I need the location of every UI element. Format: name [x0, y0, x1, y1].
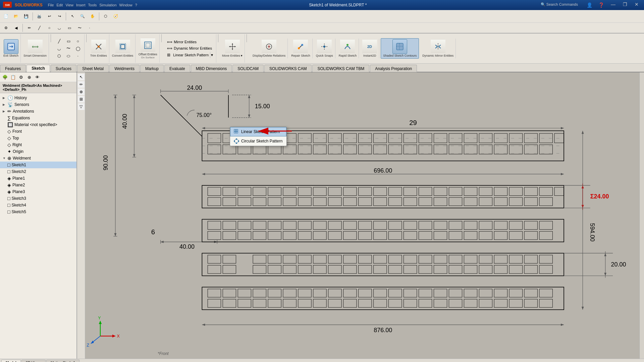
dynamic-entities-btn[interactable] — [431, 39, 445, 54]
file-menu[interactable]: File — [48, 3, 54, 7]
line-tool-btn[interactable]: ╱ — [55, 38, 63, 45]
rect-btn[interactable]: ▭ — [65, 23, 74, 33]
tab-mbd[interactable]: MBD Dimensions — [191, 65, 232, 72]
view-orient-btn[interactable]: 🧭 — [111, 12, 120, 21]
circle-tool-btn[interactable]: ○ — [73, 38, 82, 45]
tree-item-plane3[interactable]: ◈ Plane3 — [0, 188, 76, 195]
insert-menu[interactable]: Insert — [76, 3, 86, 7]
tree-item-sensors[interactable]: ▶ 📡 Sensors — [0, 101, 76, 108]
redo-btn[interactable]: ↪ — [55, 12, 64, 21]
motion-study-tab[interactable]: Motion Study 1 — [46, 360, 79, 362]
search-commands[interactable]: 🔍 Search Commands — [539, 2, 580, 8]
tab-markup[interactable]: Markup — [140, 65, 164, 72]
line-btn[interactable]: ╱ — [35, 23, 44, 33]
linear-pattern-btn[interactable]: Linear Sketch Pattern — [172, 52, 210, 58]
move-dropdown-arrow[interactable]: ▾ — [241, 54, 243, 57]
tab-solidcam[interactable]: SOLIDCAM — [232, 65, 264, 72]
back-btn[interactable]: ◀ — [11, 23, 21, 33]
arc-btn[interactable]: ◡ — [55, 23, 64, 33]
circular-sketch-pattern-item[interactable]: Circular Sketch Pattern — [230, 136, 286, 146]
print-btn[interactable]: 🖨️ — [35, 12, 44, 21]
pattern-dropdown-arrow[interactable]: ▾ — [210, 52, 214, 58]
select-btn[interactable]: ↖ — [68, 12, 77, 21]
tree-item-annotations[interactable]: ▶ ✏ Annotations — [0, 108, 76, 115]
tree-item-history[interactable]: ▶ 🕒 History — [0, 95, 76, 101]
slot-tool-btn[interactable]: ⬭ — [64, 52, 73, 60]
user-icon[interactable]: 👤 — [585, 2, 594, 8]
rapid-sketch-btn[interactable] — [340, 39, 355, 54]
help-icon[interactable]: ❓ — [596, 2, 606, 8]
sketch-mode-btn[interactable]: ✏ — [24, 23, 34, 33]
tab-sketch[interactable]: Sketch — [26, 65, 50, 72]
tab-features[interactable]: Features — [0, 65, 26, 72]
display-delete-btn[interactable] — [262, 39, 276, 54]
tree-item-sketch5[interactable]: □ Sketch5 — [0, 208, 76, 215]
undo-btn[interactable]: ↩ — [45, 12, 54, 21]
linear-sketch-pattern-item[interactable]: Linear Sketch Pattern — [230, 127, 286, 136]
spline-tool-btn[interactable]: 〜 — [64, 45, 73, 52]
view3d-btn[interactable]: ⬡ — [101, 12, 110, 21]
offset-btn[interactable] — [141, 38, 155, 53]
rect-tool-btn[interactable]: ▭ — [64, 38, 73, 45]
dim-xpert-icon[interactable]: ⊕ — [25, 73, 33, 81]
tree-item-equations[interactable]: ∑ Equations — [0, 115, 76, 121]
ellipse-tool-btn[interactable]: ◯ — [73, 45, 82, 52]
move-entities-btn[interactable] — [225, 39, 240, 54]
point-tool-btn[interactable]: · — [73, 52, 82, 60]
tree-item-sketch1[interactable]: □ Sketch1 — [0, 162, 76, 168]
repair-btn[interactable] — [293, 39, 308, 54]
left-icon-filter[interactable]: ▽ — [78, 103, 85, 110]
tab-surfaces[interactable]: Surfaces — [51, 65, 76, 72]
tab-sw-cam-tbm[interactable]: SOLIDWORKS CAM TBM — [312, 65, 369, 72]
exit-sketch-btn[interactable] — [4, 39, 18, 54]
shaded-sketch-btn[interactable] — [392, 39, 407, 54]
tree-item-plane2[interactable]: ◈ Plane2 — [0, 182, 76, 188]
point-btn[interactable]: · — [85, 23, 94, 33]
tree-item-origin[interactable]: ✦ Origin — [0, 148, 76, 155]
options-btn[interactable]: ⚙ — [1, 23, 11, 33]
tree-item-top[interactable]: ◇ Top — [0, 135, 76, 141]
tab-sw-cam[interactable]: SOLIDWORKS CAM — [264, 65, 312, 72]
window-menu[interactable]: Window — [119, 3, 132, 7]
new-btn[interactable]: 📄 — [1, 12, 11, 21]
left-icon-select[interactable]: ↖ — [78, 74, 85, 80]
quick-snaps-btn[interactable] — [317, 39, 332, 54]
linear-sketch-pattern-row[interactable]: ⊞ Linear Sketch Pattern ▾ — [165, 52, 214, 58]
smart-dim-btn[interactable]: ⟺ — [28, 39, 43, 54]
left-icon-snap[interactable]: ⊞ — [78, 96, 85, 103]
dynamic-mirror-btn[interactable]: ⟺ Dynamic Mirror Entities — [165, 45, 214, 52]
tree-item-sketch2[interactable]: □ Sketch2 — [0, 168, 76, 175]
tools-menu[interactable]: Tools — [88, 3, 97, 7]
pan-btn[interactable]: ✋ — [88, 12, 97, 21]
edit-menu[interactable]: Edit — [56, 3, 63, 7]
tab-evaluate[interactable]: Evaluate — [164, 65, 190, 72]
instant2d-btn[interactable]: 2D — [362, 39, 377, 54]
left-icon-sketch[interactable]: ✏ — [78, 81, 85, 88]
minimize-btn[interactable]: — — [608, 2, 618, 8]
close-btn[interactable]: ✕ — [632, 2, 641, 8]
spline-btn[interactable]: 〜 — [75, 23, 84, 33]
3d-views-tab[interactable]: 3D Views — [21, 360, 46, 362]
tree-item-plane1[interactable]: ◈ Plane1 — [0, 175, 76, 182]
feature-tree-icon[interactable]: 🌳 — [1, 73, 9, 81]
trim-btn[interactable] — [91, 39, 106, 54]
tree-item-sketch3[interactable]: □ Sketch3 — [0, 195, 76, 202]
canvas[interactable]: ↖ ✏ ⊕ ⊞ ▽ 24.00 — [77, 72, 644, 359]
property-manager-icon[interactable]: 📋 — [9, 73, 17, 81]
open-btn[interactable]: 📂 — [11, 12, 21, 21]
tree-item-material[interactable]: 🔲 Material <not specified> — [0, 121, 76, 128]
tree-item-front[interactable]: ◇ Front — [0, 128, 76, 135]
mirror-entities-btn[interactable]: ⟺ Mirror Entities — [165, 39, 214, 45]
drawing-viewport[interactable]: 24.00 75.00° 15.00 40.00 — [85, 72, 644, 359]
tree-item-sketch4[interactable]: □ Sketch4 — [0, 202, 76, 208]
save-btn[interactable]: 💾 — [21, 12, 31, 21]
tab-sheet-metal[interactable]: Sheet Metal — [77, 65, 109, 72]
convert-btn[interactable] — [115, 39, 130, 54]
tree-item-right[interactable]: ◇ Right — [0, 141, 76, 148]
restore-btn[interactable]: ❐ — [620, 2, 630, 8]
tree-item-weldment[interactable]: ▼ ⊕ Weldment — [0, 155, 76, 162]
simulation-menu[interactable]: Simulation — [99, 3, 116, 7]
polygon-tool-btn[interactable]: ⬡ — [55, 52, 63, 60]
left-icon-relations[interactable]: ⊕ — [78, 88, 85, 95]
view-menu[interactable]: View — [65, 3, 73, 7]
